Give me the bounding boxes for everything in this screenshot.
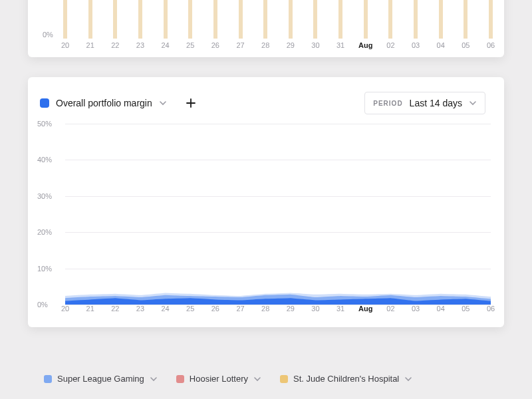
portfolio-margin-card: Overall portfolio margin PERIOD Last 14 … bbox=[28, 77, 504, 327]
metric-selector[interactable]: Overall portfolio margin bbox=[40, 98, 167, 108]
legend-label: Super League Gaming bbox=[57, 374, 144, 384]
bar bbox=[213, 0, 217, 39]
bar bbox=[464, 0, 467, 39]
period-value: Last 14 days bbox=[410, 98, 462, 108]
y-tick: 30% bbox=[37, 192, 52, 200]
bar bbox=[263, 0, 267, 39]
x-tick: 22 bbox=[111, 41, 119, 49]
legend-item[interactable]: Super League Gaming bbox=[44, 374, 158, 384]
y-tick-zero: 0% bbox=[43, 31, 53, 39]
bar bbox=[63, 0, 67, 39]
bar bbox=[113, 0, 117, 39]
x-tick: 30 bbox=[311, 41, 319, 49]
chevron-down-icon bbox=[150, 375, 158, 383]
chart-area: 50%40%30%20%10%0% 2021222324252627282930… bbox=[37, 124, 495, 321]
metric-group: Overall portfolio margin bbox=[40, 94, 200, 112]
legend-item[interactable]: Hoosier Lottery bbox=[176, 374, 261, 384]
x-tick: 26 bbox=[211, 41, 219, 49]
card-header: Overall portfolio margin PERIOD Last 14 … bbox=[28, 77, 504, 114]
y-tick: 20% bbox=[37, 228, 52, 236]
x-tick: 22 bbox=[111, 305, 119, 313]
chevron-down-icon bbox=[253, 375, 261, 383]
bar bbox=[188, 0, 192, 39]
x-tick: Aug bbox=[358, 41, 372, 49]
x-tick: 23 bbox=[136, 305, 144, 313]
x-tick: Aug bbox=[358, 305, 372, 313]
add-metric-button[interactable] bbox=[182, 94, 200, 112]
x-tick: 04 bbox=[437, 305, 445, 313]
bar bbox=[439, 0, 443, 39]
bar bbox=[489, 0, 493, 39]
period-dropdown[interactable]: PERIOD Last 14 days bbox=[364, 92, 485, 114]
x-tick: 31 bbox=[336, 305, 344, 313]
x-tick: 02 bbox=[386, 305, 394, 313]
bar bbox=[364, 0, 368, 39]
x-tick: 29 bbox=[287, 41, 295, 49]
chevron-down-icon bbox=[404, 375, 412, 383]
bar bbox=[164, 0, 168, 39]
x-tick: 06 bbox=[487, 305, 495, 313]
metric-swatch bbox=[40, 98, 49, 108]
legend-swatch bbox=[280, 375, 288, 383]
x-tick: 02 bbox=[386, 41, 394, 49]
x-tick: 03 bbox=[412, 41, 420, 49]
bar bbox=[388, 0, 392, 39]
y-tick: 40% bbox=[37, 156, 52, 164]
x-tick: 29 bbox=[287, 305, 295, 313]
x-tick: 31 bbox=[336, 41, 344, 49]
y-tick: 50% bbox=[37, 120, 52, 128]
top-bar-plot bbox=[65, 0, 491, 39]
series-legend: Super League GamingHoosier LotterySt. Ju… bbox=[28, 360, 504, 397]
x-tick: 27 bbox=[236, 41, 244, 49]
legend-label: Hoosier Lottery bbox=[190, 374, 248, 384]
bar bbox=[239, 0, 243, 39]
bar bbox=[88, 0, 92, 39]
x-axis: 202122232425262728293031Aug0203040506 bbox=[65, 305, 491, 317]
top-x-axis: 202122232425262728293031Aug0203040506 bbox=[65, 41, 491, 53]
x-tick: 28 bbox=[261, 305, 269, 313]
legend-item[interactable]: St. Jude Children's Hospital bbox=[280, 374, 412, 384]
bar bbox=[138, 0, 142, 39]
y-tick: 0% bbox=[37, 301, 48, 309]
x-tick: 26 bbox=[211, 305, 219, 313]
x-tick: 28 bbox=[261, 41, 269, 49]
x-tick: 30 bbox=[311, 305, 319, 313]
previous-chart-card: 0% 202122232425262728293031Aug0203040506 bbox=[28, 0, 504, 57]
x-tick: 25 bbox=[186, 41, 194, 49]
legend-label: St. Jude Children's Hospital bbox=[293, 374, 399, 384]
legend-swatch bbox=[176, 375, 184, 383]
bar bbox=[338, 0, 342, 39]
legend-swatch bbox=[44, 375, 52, 383]
x-tick: 24 bbox=[161, 305, 169, 313]
x-tick: 25 bbox=[186, 305, 194, 313]
x-tick: 23 bbox=[136, 41, 144, 49]
chevron-down-icon bbox=[469, 99, 477, 107]
period-label: PERIOD bbox=[373, 100, 402, 107]
x-tick: 21 bbox=[86, 305, 94, 313]
x-tick: 05 bbox=[462, 305, 469, 313]
y-tick: 10% bbox=[37, 265, 52, 273]
x-tick: 21 bbox=[86, 41, 94, 49]
bar bbox=[289, 0, 293, 39]
bar bbox=[414, 0, 418, 39]
bar bbox=[313, 0, 317, 39]
area-plot bbox=[65, 124, 491, 305]
chevron-down-icon bbox=[159, 99, 167, 107]
x-tick: 05 bbox=[462, 41, 469, 49]
x-tick: 20 bbox=[61, 305, 69, 313]
x-tick: 04 bbox=[437, 41, 445, 49]
x-tick: 06 bbox=[487, 41, 495, 49]
x-tick: 24 bbox=[161, 41, 169, 49]
x-tick: 20 bbox=[61, 41, 69, 49]
metric-label: Overall portfolio margin bbox=[56, 98, 152, 108]
x-tick: 27 bbox=[236, 305, 244, 313]
x-tick: 03 bbox=[412, 305, 420, 313]
